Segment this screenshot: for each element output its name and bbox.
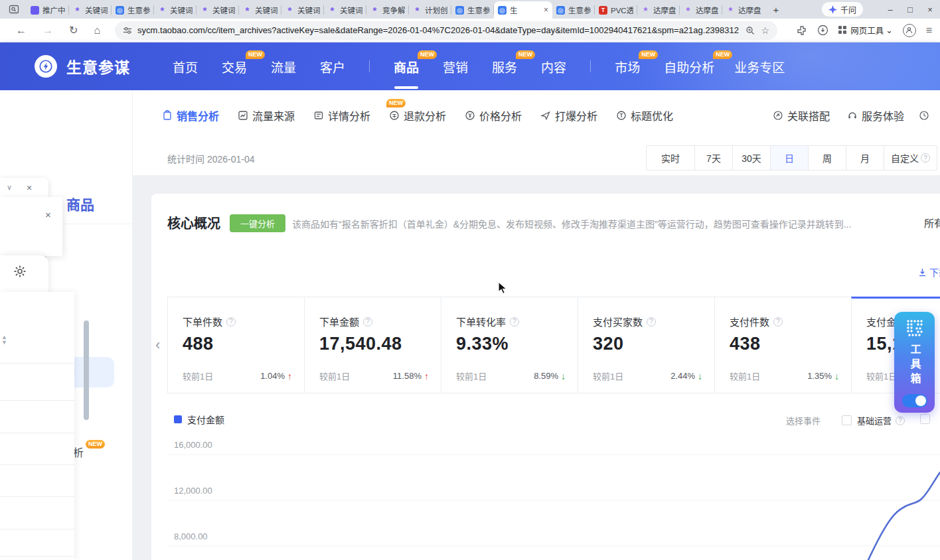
nav-item-trade[interactable]: 交易NEW <box>222 58 247 76</box>
webtools-menu[interactable]: 网页工具 ⌄ <box>838 24 893 36</box>
browser-menu-icon[interactable]: ≡ <box>926 25 932 36</box>
browser-tab[interactable]: ◎生意参 <box>112 1 154 19</box>
cut-icon[interactable] <box>919 110 933 121</box>
event-checkbox-2[interactable] <box>920 414 930 424</box>
select-event-label[interactable]: 选择事件 <box>786 414 821 427</box>
nav-item-market[interactable]: 市场NEW <box>615 58 640 76</box>
brand-title[interactable]: 生意参谋 <box>66 55 130 78</box>
metric-card-order-conversion[interactable]: 下单转化率? 9.33% 较前1日8.59%↓ <box>441 297 578 393</box>
extensions-icon[interactable] <box>797 25 807 36</box>
tab-price-analysis[interactable]: 价格分析 <box>465 107 522 123</box>
nav-item-business-zone[interactable]: 业务专区 <box>734 58 785 76</box>
nav-item-home[interactable]: 首页 <box>173 58 198 76</box>
terminal-dropdown[interactable]: 所有 <box>924 216 940 230</box>
nav-item-content[interactable]: 内容 <box>541 58 566 76</box>
close-icon[interactable]: × <box>27 182 32 193</box>
browser-tab[interactable]: ◎生意参 <box>552 1 595 19</box>
range-30d[interactable]: 30天 <box>732 146 770 170</box>
range-custom[interactable]: 自定义? <box>884 146 937 170</box>
nav-item-traffic[interactable]: 流量 <box>271 58 296 76</box>
browser-tab[interactable]: *达摩盘 <box>680 1 722 19</box>
tab-search-icon[interactable] <box>7 3 21 16</box>
back-icon[interactable]: ← <box>16 25 27 36</box>
help-icon[interactable]: ? <box>896 416 905 425</box>
browser-tab[interactable]: *关键词 <box>69 1 112 19</box>
tab-sales-analysis[interactable]: 销售分析 <box>162 107 219 123</box>
metric-card-order-items[interactable]: 下单件数? 488 较前1日1.04%↑ <box>167 297 305 393</box>
site-settings-icon[interactable] <box>123 26 132 35</box>
chevron-down-icon[interactable]: ∨ <box>7 183 12 192</box>
event-checkbox-basic-ops[interactable]: 基础运营 ? <box>842 414 905 427</box>
toolbox-widget[interactable]: 工具箱 <box>894 312 935 413</box>
address-bar[interactable]: sycm.taobao.com/cc/item_archives?activeK… <box>115 21 777 40</box>
range-day[interactable]: 日 <box>770 146 808 170</box>
nav-item-self-analysis[interactable]: 自助分析NEW <box>664 58 714 76</box>
sort-chevrons-icon[interactable]: ▲▼ <box>1 334 7 345</box>
window-close-button[interactable]: × <box>920 1 940 18</box>
one-click-analysis-button[interactable]: 一键分析 <box>230 214 285 232</box>
tab-hit-analysis[interactable]: 打爆分析 <box>540 107 597 123</box>
carousel-left-icon[interactable]: ‹ <box>155 336 160 354</box>
browser-tab[interactable]: 推广中 <box>27 1 69 19</box>
checkbox[interactable] <box>842 415 852 425</box>
nav-item-product[interactable]: 商品NEW <box>394 58 419 76</box>
nav-item-service[interactable]: 服务NEW <box>492 58 517 76</box>
link-service-experience[interactable]: 服务体验 <box>847 107 904 123</box>
window-maximize-button[interactable]: □ <box>900 1 920 18</box>
nav-item-customer[interactable]: 客户 <box>320 58 345 76</box>
zoom-page-icon[interactable] <box>745 26 755 35</box>
browser-tab[interactable]: *关键词 <box>281 1 324 19</box>
range-week[interactable]: 周 <box>808 146 846 170</box>
forward-icon[interactable]: → <box>42 25 53 36</box>
close-icon[interactable]: × <box>45 209 51 220</box>
change-value: 8.59%↓ <box>534 371 566 382</box>
compare-label: 较前1日 <box>456 370 487 382</box>
browser-tab[interactable]: *关键词 <box>196 1 239 19</box>
qianwen-assistant-button[interactable]: 千问 <box>822 2 863 17</box>
browser-tab[interactable]: *关键词 <box>239 1 281 19</box>
browser-tab[interactable]: *关键词 <box>324 1 366 19</box>
download-link[interactable]: 下载 <box>918 265 940 279</box>
help-icon[interactable]: ? <box>773 317 783 326</box>
range-7d[interactable]: 7天 <box>694 146 732 170</box>
checkbox[interactable] <box>920 414 930 424</box>
reload-icon[interactable]: ↻ <box>69 24 78 36</box>
sycm-logo-icon[interactable] <box>35 55 57 78</box>
nav-item-marketing[interactable]: 营销 <box>443 58 468 76</box>
browser-tab[interactable]: *达摩盘 <box>722 1 765 19</box>
home-icon[interactable]: ⌂ <box>94 25 100 36</box>
browser-tab[interactable]: ◎生意参 <box>451 1 494 19</box>
link-related-matching[interactable]: 关联搭配 <box>773 107 830 123</box>
download-manager-icon[interactable] <box>817 25 828 36</box>
tab-close-icon[interactable]: × <box>544 5 548 15</box>
tab-detail-analysis[interactable]: 详情分析 <box>313 107 370 123</box>
browser-tab[interactable]: *达摩盘 <box>637 1 680 19</box>
tab-title-optimization[interactable]: 标题优化 <box>616 107 673 123</box>
help-icon[interactable]: ? <box>510 317 519 326</box>
new-tab-button[interactable]: + <box>769 2 783 17</box>
browser-tab[interactable]: TPVC透 <box>595 1 637 19</box>
tab-traffic-source[interactable]: 流量来源 <box>238 107 295 123</box>
metric-card-order-amount[interactable]: 下单金额? 17,540.48 较前1日11.58%↑ <box>304 297 441 393</box>
metric-card-paid-items[interactable]: 支付件数? 438 较前1日1.35%↓ <box>714 297 852 393</box>
tab-refund-analysis[interactable]: NEW 退款分析 <box>389 107 446 123</box>
browser-tab-active[interactable]: ◎生× <box>494 1 552 19</box>
bookmark-star-icon[interactable]: ☆ <box>761 25 770 36</box>
gear-icon[interactable] <box>13 265 27 278</box>
help-icon[interactable]: ? <box>363 317 372 326</box>
panel-scrollbar-thumb[interactable] <box>84 320 89 420</box>
window-minimize-button[interactable]: – <box>880 1 900 18</box>
toolbox-toggle[interactable] <box>902 394 927 407</box>
help-icon[interactable]: ? <box>921 153 930 163</box>
url-text[interactable]: sycm.taobao.com/cc/item_archives?activeK… <box>137 25 739 35</box>
range-month[interactable]: 月 <box>846 146 884 170</box>
help-icon[interactable]: ? <box>647 317 656 326</box>
help-icon[interactable]: ? <box>226 317 236 326</box>
browser-tab[interactable]: *竞争解 <box>366 1 409 19</box>
profile-avatar[interactable] <box>903 24 916 37</box>
browser-tab[interactable]: *计划创 <box>409 1 451 19</box>
chart-legend[interactable]: 支付金额 <box>174 413 224 426</box>
metric-card-paying-buyers[interactable]: 支付买家数? 320 较前1日2.44%↓ <box>578 297 715 393</box>
range-realtime[interactable]: 实时 <box>647 146 694 170</box>
browser-tab[interactable]: *关键词 <box>154 1 196 19</box>
